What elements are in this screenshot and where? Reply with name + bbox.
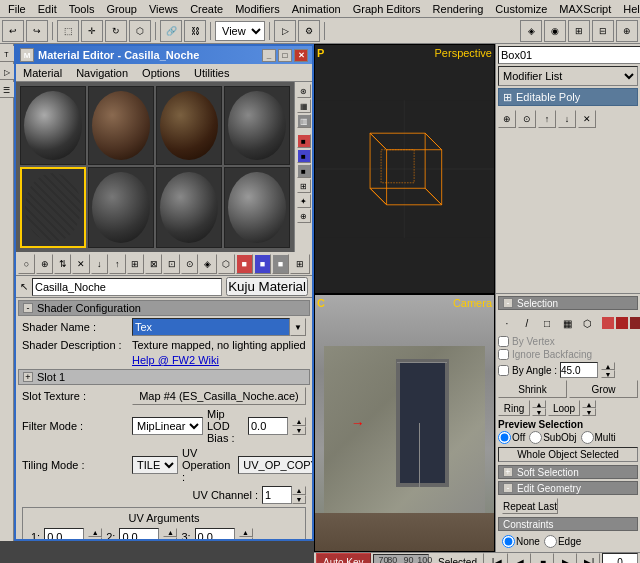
menu-modifiers[interactable]: Modifiers [229,2,286,16]
mat-menu-options[interactable]: Options [139,66,183,80]
loop-button[interactable]: Loop [548,400,580,416]
timeline-track[interactable]: 70 80 90 100 [373,554,429,563]
rp-icon-2[interactable]: ⊙ [518,110,536,128]
slot-texture-btn[interactable]: Map #4 (ES_Casilla_Noche.ace) [132,387,306,405]
mat-right-icon-9[interactable]: ⊕ [297,209,311,223]
extra-btn-3[interactable]: ⊞ [568,20,590,42]
sel-edge-icon[interactable]: / [518,314,536,332]
by-vertex-checkbox[interactable] [498,336,509,347]
uv-arg-2-down[interactable]: ▼ [163,537,177,539]
mat-tb-btn-expand[interactable]: ⊞ [290,254,310,274]
slot-collapse[interactable]: + [23,372,33,382]
uv-arg-3-input[interactable] [195,528,235,539]
unlink-button[interactable]: ⛓ [184,20,206,42]
loop-up[interactable]: ▲ [582,400,596,408]
mat-menu-navigation[interactable]: Navigation [73,66,131,80]
mip-lod-down[interactable]: ▼ [292,426,306,435]
sphere-8[interactable] [224,167,290,248]
mat-right-icon-7[interactable]: ⊞ [297,179,311,193]
constraint-none-radio[interactable]: None [502,535,540,548]
prev-frame-button[interactable]: |◀ [486,553,508,563]
uv-arg-1-up[interactable]: ▲ [88,528,102,537]
sphere-1[interactable] [20,86,86,165]
mat-tb-btn-13[interactable]: ■ [236,254,253,274]
rp-icon-4[interactable]: ↓ [558,110,576,128]
uv-op-select[interactable]: UV_OP_COPY [238,456,312,474]
grow-button[interactable]: Grow [569,380,638,398]
rp-icon-3[interactable]: ↑ [538,110,556,128]
editable-poly-item[interactable]: ⊞ Editable Poly [498,88,638,106]
menu-maxscript[interactable]: MAXScript [553,2,617,16]
help-link[interactable]: Help @ FW2 Wiki [132,354,219,366]
menu-tools[interactable]: Tools [63,2,101,16]
extra-btn-1[interactable]: ◈ [520,20,542,42]
uv-arg-2-input[interactable] [119,528,159,539]
minimize-button[interactable]: _ [262,49,276,62]
shader-name-input[interactable] [132,318,290,336]
mat-tb-btn-2[interactable]: ⊕ [36,254,53,274]
scale-button[interactable]: ⬡ [129,20,151,42]
uv-arg-3-up[interactable]: ▲ [239,528,253,537]
mat-tb-btn-6[interactable]: ↑ [109,254,126,274]
next-frame-button[interactable]: ▶| [578,553,600,563]
menu-views[interactable]: Views [143,2,184,16]
render-button[interactable]: ▷ [274,20,296,42]
uv-channel-input[interactable] [262,486,292,504]
mat-tb-btn-10[interactable]: ⊙ [181,254,198,274]
uv-arg-1-input[interactable] [44,528,84,539]
select-button[interactable]: ⬚ [57,20,79,42]
sel-element-icon[interactable]: ⬡ [578,314,596,332]
mat-tb-btn-1[interactable]: ○ [18,254,35,274]
frame-input[interactable] [602,553,638,563]
rotate-button[interactable]: ↻ [105,20,127,42]
sphere-5[interactable] [20,167,86,248]
render-setup-button[interactable]: ⚙ [298,20,320,42]
soft-sel-collapse[interactable]: + [503,467,513,477]
ignore-backfacing-checkbox[interactable] [498,349,509,360]
menu-animation[interactable]: Animation [286,2,347,16]
menu-create[interactable]: Create [184,2,229,16]
mat-right-icon-6[interactable]: ■ [297,164,311,178]
close-button[interactable]: ✕ [294,49,308,62]
by-angle-input[interactable] [560,362,598,378]
sel-vertex-icon[interactable]: · [498,314,516,332]
rp-icon-1[interactable]: ⊕ [498,110,516,128]
mat-tb-btn-3[interactable]: ⇅ [54,254,71,274]
view-dropdown[interactable]: View [215,21,265,41]
mat-tb-btn-9[interactable]: ⊡ [163,254,180,274]
mat-tb-btn-5[interactable]: ↓ [91,254,108,274]
move-button[interactable]: ✛ [81,20,103,42]
preview-multi-radio[interactable]: Multi [581,431,616,444]
preview-subobj-radio[interactable]: SubObj [529,431,576,444]
sphere-3[interactable] [156,86,222,165]
mat-right-icon-2[interactable]: ▦ [297,99,311,113]
link-button[interactable]: 🔗 [160,20,182,42]
extra-btn-5[interactable]: ⊕ [616,20,638,42]
by-angle-down[interactable]: ▼ [601,370,615,378]
object-name-input[interactable] [498,46,640,64]
uv-channel-down[interactable]: ▼ [292,495,306,504]
bottom-viewport[interactable]: → C Camera [314,294,495,552]
shader-config-collapse[interactable]: - [23,303,33,313]
menu-graph-editors[interactable]: Graph Editors [347,2,427,16]
play-forward-button[interactable]: ▶ [555,553,577,563]
ring-up[interactable]: ▲ [532,400,546,408]
mat-right-icon-5[interactable]: ■ [297,149,311,163]
menu-customize[interactable]: Customize [489,2,553,16]
uv-channel-up[interactable]: ▲ [292,486,306,495]
sphere-2[interactable] [88,86,154,165]
top-viewport[interactable]: P Perspective [314,44,495,294]
filter-mode-select[interactable]: MipLinear [132,417,203,435]
tiling-mode-select[interactable]: TILE [132,456,178,474]
repeat-last-button[interactable]: Repeat Last [502,498,558,514]
selected-button[interactable]: Selected [431,553,484,563]
mip-lod-up[interactable]: ▲ [292,417,306,426]
mat-menu-material[interactable]: Material [20,66,65,80]
loop-down[interactable]: ▼ [582,408,596,416]
mat-tb-btn-11[interactable]: ◈ [199,254,216,274]
undo-button[interactable]: ↩ [2,20,24,42]
mat-tb-btn-14[interactable]: ■ [254,254,271,274]
ring-down[interactable]: ▼ [532,408,546,416]
left-tool-1[interactable]: T [0,46,15,62]
menu-group[interactable]: Group [100,2,143,16]
